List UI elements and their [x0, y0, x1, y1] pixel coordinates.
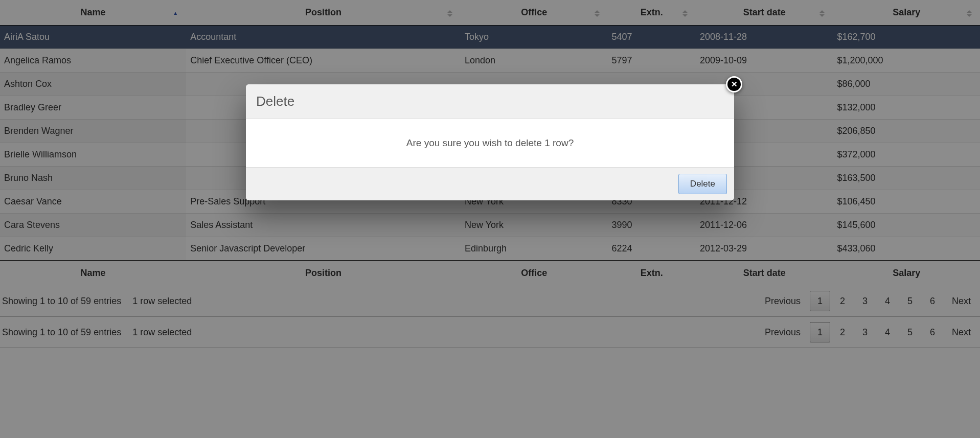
close-icon[interactable]: ✕: [726, 76, 742, 93]
delete-dialog: ✕ Delete Are you sure you wish to delete…: [246, 84, 734, 200]
dialog-message: Are you sure you wish to delete 1 row?: [246, 119, 734, 167]
modal-overlay[interactable]: ✕ Delete Are you sure you wish to delete…: [0, 0, 980, 438]
dialog-title: Delete: [246, 84, 734, 119]
delete-button[interactable]: Delete: [678, 174, 727, 194]
dialog-footer: Delete: [246, 167, 734, 200]
